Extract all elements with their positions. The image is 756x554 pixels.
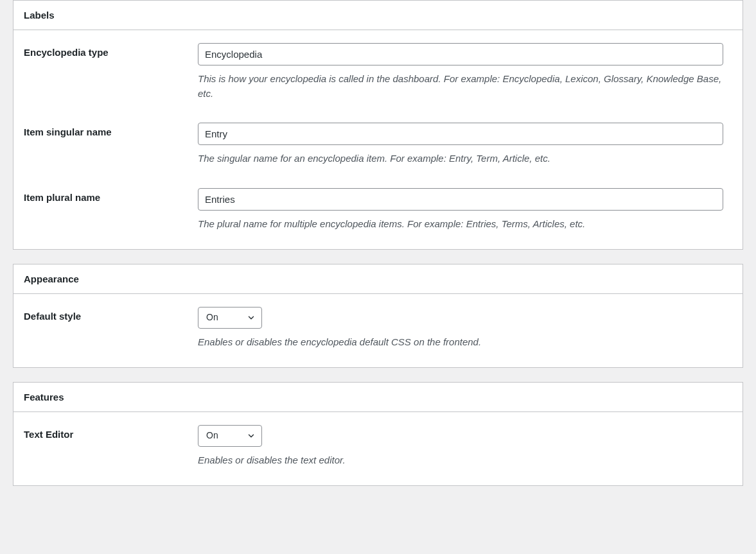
encyclopedia-type-row: Encyclopedia type This is how your encyc… (21, 43, 735, 101)
text-editor-description: Enables or disables the text editor. (198, 453, 723, 468)
labels-panel: Labels Encyclopedia type This is how you… (13, 0, 743, 250)
item-plural-description: The plural name for multiple encyclopedi… (198, 217, 723, 232)
text-editor-label: Text Editor (21, 425, 198, 440)
labels-panel-title: Labels (24, 10, 732, 21)
default-style-control: On Enables or disables the encyclopedia … (198, 307, 735, 349)
default-style-select-wrap: On (198, 307, 262, 329)
text-editor-select[interactable]: On (198, 425, 262, 447)
features-panel-header: Features (13, 383, 743, 412)
item-singular-input[interactable] (198, 123, 723, 145)
item-plural-control: The plural name for multiple encyclopedi… (198, 188, 735, 232)
text-editor-row: Text Editor On Enables or disables the t… (21, 425, 735, 467)
default-style-select[interactable]: On (198, 307, 262, 329)
text-editor-select-wrap: On (198, 425, 262, 447)
appearance-panel-body: Default style On Enables or disables the… (13, 294, 743, 367)
item-singular-description: The singular name for an encyclopedia it… (198, 151, 723, 166)
item-plural-input[interactable] (198, 188, 723, 211)
default-style-row: Default style On Enables or disables the… (21, 307, 735, 349)
appearance-panel: Appearance Default style On Enables or d… (13, 264, 743, 368)
item-plural-row: Item plural name The plural name for mul… (21, 188, 735, 232)
encyclopedia-type-description: This is how your encyclopedia is called … (198, 72, 723, 101)
default-style-label: Default style (21, 307, 198, 322)
features-panel-body: Text Editor On Enables or disables the t… (13, 412, 743, 485)
appearance-panel-title: Appearance (24, 273, 732, 284)
item-singular-row: Item singular name The singular name for… (21, 123, 735, 166)
item-singular-control: The singular name for an encyclopedia it… (198, 123, 735, 166)
encyclopedia-type-label: Encyclopedia type (21, 43, 198, 58)
labels-panel-header: Labels (13, 1, 743, 30)
labels-panel-body: Encyclopedia type This is how your encyc… (13, 30, 743, 249)
features-panel: Features Text Editor On Enables or disab… (13, 382, 743, 486)
appearance-panel-header: Appearance (13, 264, 743, 294)
text-editor-control: On Enables or disables the text editor. (198, 425, 735, 467)
encyclopedia-type-control: This is how your encyclopedia is called … (198, 43, 735, 101)
item-singular-label: Item singular name (21, 123, 198, 137)
item-plural-label: Item plural name (21, 188, 198, 203)
encyclopedia-type-input[interactable] (198, 43, 723, 65)
default-style-description: Enables or disables the encyclopedia def… (198, 335, 723, 350)
features-panel-title: Features (24, 392, 732, 403)
